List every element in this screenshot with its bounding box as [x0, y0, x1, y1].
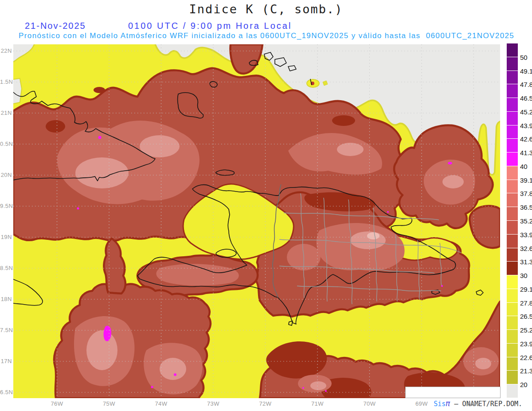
colorbar-label: 27.8	[520, 299, 532, 307]
colorbar-cell	[507, 357, 518, 371]
x-tick-label: 74W	[148, 400, 175, 407]
y-tick-label: 18N	[0, 296, 12, 302]
y-tick-label: 22N	[0, 47, 12, 54]
colorbar-cell	[507, 180, 518, 194]
watermark-box: Sisπ – ONAMET/REP.DOM.	[405, 387, 501, 398]
x-tick-label: 68W	[461, 400, 487, 407]
colorbar-cell	[507, 344, 518, 357]
y-tick-label: 9.5N	[0, 203, 12, 209]
x-tick-label: 72W	[252, 400, 279, 407]
colorbar-cell	[507, 98, 518, 112]
colorbar-cell	[507, 57, 518, 71]
colorbar-label: 35.2	[520, 217, 532, 225]
colorbar-cell	[507, 43, 518, 57]
contour-field	[13, 44, 500, 398]
colorbar-cell	[507, 289, 518, 303]
colorbar-cell	[507, 303, 518, 317]
k-index-map: Sisπ – ONAMET/REP.DOM.	[13, 44, 500, 398]
model-subtitle: Pronóstico con el Modelo Atmósferico WRF…	[19, 31, 514, 40]
y-tick-label: 8.5N	[0, 265, 12, 271]
colorbar-cell	[507, 71, 518, 85]
y-tick-label: 21N	[0, 110, 12, 116]
colorbar-label: 25.2	[520, 326, 532, 334]
colorbar-cell	[507, 166, 518, 180]
page-title: Indice K (C, somb.)	[0, 2, 532, 16]
colorbar-label: 50	[520, 54, 532, 61]
forecast-date: 21-Nov-2025	[25, 21, 86, 31]
colorbar-label: 45.2	[520, 108, 532, 116]
colorbar-cell	[507, 330, 518, 344]
y-tick-label: 19N	[0, 234, 12, 240]
colorbar-cell	[507, 316, 518, 330]
y-tick-label: 20N	[0, 172, 12, 178]
y-tick-label: 6.5N	[0, 389, 12, 395]
watermark-sis: Sis	[434, 400, 446, 408]
colorbar-cell	[507, 125, 518, 139]
colorbar-cell	[507, 384, 518, 398]
colorbar-cell	[507, 112, 518, 125]
colorbar-label: 30	[520, 272, 532, 279]
x-tick-label: 73W	[200, 400, 227, 407]
x-tick-label: 69W	[408, 400, 435, 407]
colorbar-cell	[507, 84, 518, 98]
colorbar-label: 31.3	[520, 258, 532, 266]
y-tick-label: 7.5N	[0, 327, 12, 333]
colorbar-label: 29.1	[520, 286, 532, 293]
colorbar-label: 26.5	[520, 313, 532, 320]
colorbar-label: 42.6	[520, 135, 532, 143]
colorbar-label: 37.8	[520, 190, 532, 197]
weather-map-screen: Indice K (C, somb.) 21-Nov-2025 0100 UTC…	[0, 0, 532, 411]
x-tick-label: 76W	[44, 400, 70, 407]
colorbar-cell	[507, 371, 518, 384]
colorbar-label: 47.8	[520, 81, 532, 88]
colorbar-label: 40	[520, 163, 532, 170]
x-tick-label: 70W	[356, 400, 383, 407]
colorbar-cell	[507, 221, 518, 235]
colorbar-cell	[507, 275, 518, 289]
colorbar-cell	[507, 207, 518, 221]
watermark-pi-icon: π	[446, 399, 450, 408]
colorbar-label: 39.1	[520, 176, 532, 184]
colorbar-cell	[507, 262, 518, 275]
colorbar-label: 23.9	[520, 340, 532, 348]
colorbar-label: 43.9	[520, 122, 532, 129]
y-tick-label: 0.5N	[0, 141, 12, 147]
y-tick-label: 1.5N	[0, 78, 12, 85]
y-tick-label: 17N	[0, 358, 12, 364]
colorbar-cell	[507, 193, 518, 207]
colorbar-label: 32.6	[520, 245, 532, 252]
colorbar-cell	[507, 248, 518, 262]
forecast-time: 0100 UTC / 9:00 pm Hora Local	[128, 21, 292, 31]
colorbar-label: 33.9	[520, 231, 532, 239]
colorbar-cell	[507, 139, 518, 153]
x-tick-label: 71W	[304, 400, 331, 407]
colorbar-label: 36.5	[520, 204, 532, 211]
colorbar-label: 20	[520, 381, 532, 388]
colorbar-label: 46.5	[520, 94, 532, 102]
colorbar-cell	[507, 153, 518, 166]
colorbar-label: 22.6	[520, 354, 532, 361]
colorbar-cell	[507, 235, 518, 248]
colorbar-label: 49.1	[520, 67, 532, 75]
colorbar-label: 21.3	[520, 367, 532, 375]
colorbar-label: 41.3	[520, 149, 532, 157]
x-tick-label: 75W	[96, 400, 122, 407]
